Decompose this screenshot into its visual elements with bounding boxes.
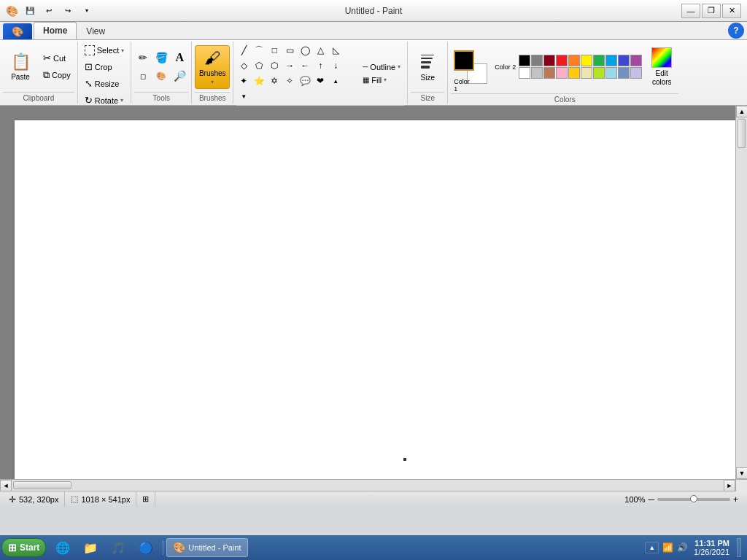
edit-colors-button[interactable]: Editcolors <box>648 45 676 89</box>
h-scroll-thumb[interactable] <box>13 481 71 489</box>
text-tool[interactable]: A <box>171 49 188 66</box>
shape-callout[interactable]: 💬 <box>298 74 312 88</box>
shape-diamond[interactable]: ◇ <box>236 58 251 73</box>
scroll-left-arrow[interactable]: ◄ <box>0 480 12 491</box>
zoom-in-button[interactable]: + <box>733 494 738 505</box>
minimize-button[interactable]: — <box>681 4 700 18</box>
right-scroll-track[interactable] <box>736 117 747 467</box>
shape-roundrect[interactable]: ▭ <box>282 43 297 58</box>
quick-access-redo[interactable]: ↪ <box>61 4 75 18</box>
tools-content: ✏ 🪣 A ◻ 🎨 🔎 <box>134 43 188 90</box>
shape-hexagon[interactable]: ⬡ <box>267 58 282 73</box>
color1-box[interactable] <box>454 50 474 71</box>
zoom-slider-thumb[interactable] <box>690 495 697 502</box>
scroll-right-arrow[interactable]: ► <box>724 480 735 491</box>
shape-scroll-up[interactable]: ▲ <box>328 74 343 88</box>
taskbar-explorer[interactable]: 📁 <box>77 538 104 557</box>
size-content: Size <box>411 43 444 90</box>
zoom-slider[interactable] <box>657 498 730 501</box>
shape-rect[interactable]: □ <box>267 43 282 58</box>
shape-triangle[interactable]: △ <box>313 43 328 58</box>
swatch-13[interactable] <box>556 67 568 79</box>
magnifier-tool[interactable]: 🔎 <box>171 67 188 85</box>
size-button[interactable]: Size <box>411 44 444 90</box>
zoom-out-button[interactable]: ─ <box>648 494 654 505</box>
color-picker-tool[interactable]: 🎨 <box>152 67 170 85</box>
fill-tool[interactable]: 🪣 <box>152 49 170 66</box>
swatch-4[interactable] <box>568 55 580 66</box>
swatch-3[interactable] <box>556 55 568 66</box>
canvas-scroll-area[interactable] <box>0 106 735 479</box>
show-hidden-icon: ▲ <box>649 544 655 551</box>
outline-button[interactable]: ─ Outline ▾ <box>359 61 404 73</box>
paint-menu-button[interactable]: 🎨 <box>3 23 32 39</box>
swatch-19[interactable] <box>630 67 642 79</box>
close-button[interactable]: ✕ <box>722 4 741 18</box>
tray-volume[interactable]: 🔊 <box>676 542 688 553</box>
scroll-up-arrow[interactable]: ▲ <box>736 106 747 117</box>
swatch-2[interactable] <box>543 55 555 66</box>
swatch-16[interactable] <box>593 67 605 79</box>
right-scroll-thumb[interactable] <box>738 119 746 148</box>
eraser-tool[interactable]: ◻ <box>134 67 152 85</box>
paste-button[interactable]: 📋 Paste <box>3 45 38 89</box>
swatch-15[interactable] <box>581 67 592 79</box>
shape-star7[interactable]: ✧ <box>282 74 297 88</box>
shape-pentagon[interactable]: ⬠ <box>252 58 266 73</box>
swatch-18[interactable] <box>618 67 630 79</box>
scroll-down-arrow[interactable]: ▼ <box>736 467 747 479</box>
swatch-8[interactable] <box>618 55 630 66</box>
fill-button[interactable]: ▦ Fill ▾ <box>359 74 404 86</box>
colors-row: Color 1 Color 2 Editco <box>451 42 678 92</box>
system-clock[interactable]: 11:31 PM 1/26/2021 <box>691 539 732 556</box>
swatch-10[interactable] <box>519 67 530 79</box>
swatch-9[interactable] <box>630 55 642 66</box>
quick-access-save[interactable]: 💾 <box>23 4 37 18</box>
select-button[interactable]: Select ▾ <box>81 43 128 58</box>
maximize-button[interactable]: ❐ <box>702 4 721 18</box>
shape-arrow-right[interactable]: → <box>282 58 297 73</box>
shape-arrow-left[interactable]: ← <box>298 58 312 73</box>
copy-button[interactable]: ⧉ Copy <box>39 67 74 83</box>
crop-button[interactable]: ⊡ Crop <box>81 59 128 74</box>
start-button[interactable]: ⊞ Start <box>1 538 46 557</box>
swatch-17[interactable] <box>605 67 617 79</box>
taskbar-chrome[interactable]: 🔵 <box>132 538 160 557</box>
shape-star5[interactable]: ⭐ <box>252 74 266 88</box>
brushes-button[interactable]: 🖌 Brushes ▾ <box>195 45 230 89</box>
swatch-14[interactable] <box>568 67 580 79</box>
h-scroll-track[interactable] <box>12 480 724 491</box>
swatch-7[interactable] <box>605 55 617 66</box>
shape-curve[interactable]: ⌒ <box>252 43 266 58</box>
swatch-5[interactable] <box>581 55 592 66</box>
shape-star6[interactable]: ✡ <box>267 74 282 88</box>
pencil-tool[interactable]: ✏ <box>134 49 152 66</box>
swatch-11[interactable] <box>531 67 543 79</box>
swatch-1[interactable] <box>531 55 543 66</box>
shape-line[interactable]: ╱ <box>236 43 251 58</box>
taskbar-paint[interactable]: 🎨 Untitled - Paint <box>166 538 247 557</box>
swatch-12[interactable] <box>543 67 555 79</box>
shape-scroll-down[interactable]: ▼ <box>236 89 251 104</box>
swatch-6[interactable] <box>593 55 605 66</box>
shape-heart[interactable]: ❤ <box>313 74 328 88</box>
tray-network[interactable]: 📶 <box>662 542 673 553</box>
shape-star4[interactable]: ✦ <box>236 74 251 88</box>
cut-button[interactable]: ✂ Cut <box>39 50 74 66</box>
quick-access-dropdown[interactable]: ▾ <box>80 4 94 18</box>
shape-arrow-up[interactable]: ↑ <box>313 58 328 73</box>
shape-arrow-down[interactable]: ↓ <box>328 58 343 73</box>
swatch-0[interactable] <box>519 55 530 66</box>
taskbar-media[interactable]: 🎵 <box>104 538 132 557</box>
tab-view[interactable]: View <box>77 23 115 39</box>
paint-canvas[interactable] <box>15 120 735 479</box>
taskbar-ie[interactable]: 🌐 <box>49 538 77 557</box>
shape-right-triangle[interactable]: ◺ <box>328 43 343 58</box>
resize-button[interactable]: ⤡ Resize <box>81 76 128 91</box>
show-desktop-button[interactable] <box>737 538 741 557</box>
help-icon[interactable]: ? <box>728 23 744 39</box>
tab-home[interactable]: Home <box>34 22 77 39</box>
quick-access-undo[interactable]: ↩ <box>42 4 56 18</box>
shape-ellipse[interactable]: ◯ <box>298 43 312 58</box>
show-hidden-icons[interactable]: ▲ <box>645 542 659 553</box>
